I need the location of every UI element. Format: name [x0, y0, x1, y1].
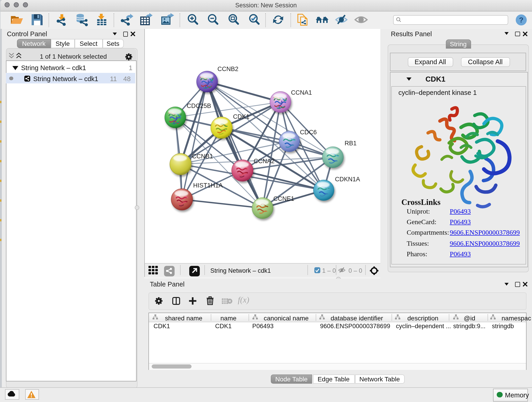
svg-text:CDC6: CDC6: [300, 129, 317, 136]
svg-text:?: ?: [519, 16, 524, 24]
svg-text:HIST1H1A: HIST1H1A: [193, 182, 223, 189]
svg-text:CDC25B: CDC25B: [187, 102, 211, 109]
svg-text:CCNB1: CCNB1: [192, 153, 213, 160]
svg-text:RB1: RB1: [345, 140, 357, 147]
svg-text:CCNE1: CCNE1: [273, 195, 294, 202]
svg-text:CCNB2: CCNB2: [217, 65, 239, 72]
svg-text:CDKN1A: CDKN1A: [335, 176, 360, 183]
svg-text:CCNA1: CCNA1: [291, 89, 312, 96]
svg-text:CCNA2: CCNA2: [254, 158, 275, 165]
svg-text:CDK1: CDK1: [233, 113, 249, 120]
